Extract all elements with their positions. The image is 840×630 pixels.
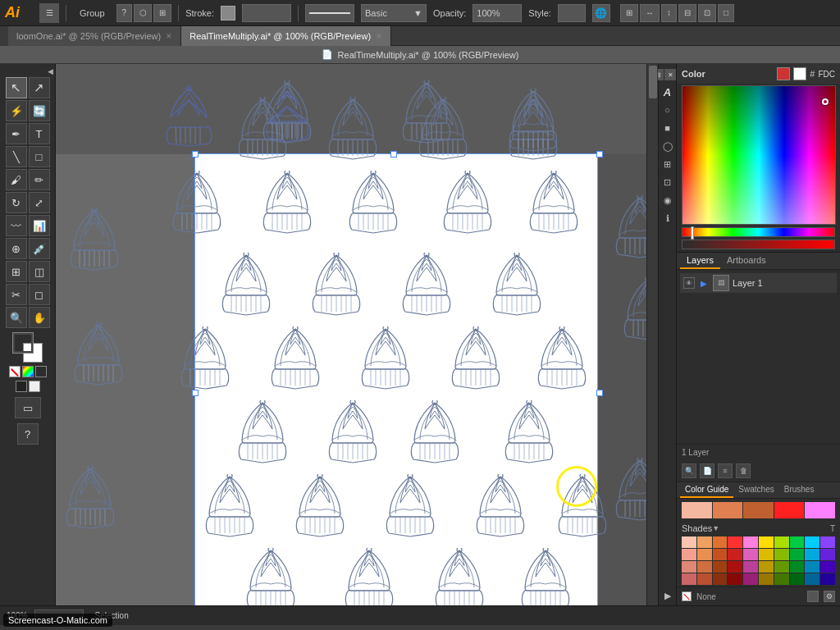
white-swatch[interactable] <box>9 366 21 377</box>
cg-cell[interactable] <box>805 573 819 585</box>
layer-visibility-icon[interactable]: 👁 <box>683 277 695 289</box>
panel-btn-3[interactable]: ↕ <box>661 4 677 22</box>
cg-cell[interactable] <box>743 561 758 573</box>
layer-arrow-icon[interactable]: ▶ <box>698 277 710 289</box>
light-swatch[interactable] <box>29 381 40 392</box>
opacity-value[interactable]: 100% <box>472 4 522 22</box>
cg-cell[interactable] <box>743 573 758 585</box>
delete-layer-btn[interactable]: 🗑 <box>736 463 751 478</box>
hue-slider-thumb[interactable] <box>691 226 694 240</box>
hue-slider[interactable] <box>682 227 835 237</box>
magic-wand-tool[interactable]: ⚡ <box>6 100 27 121</box>
gradient-swatch[interactable] <box>22 366 34 377</box>
zoom-tool[interactable]: 🔍 <box>6 307 27 328</box>
cg-cell[interactable] <box>728 561 742 573</box>
cg-cell[interactable] <box>697 561 712 573</box>
cg-swatch-4[interactable] <box>774 502 805 518</box>
graph-tool[interactable]: 📊 <box>29 215 50 236</box>
cg-cell[interactable] <box>697 536 712 548</box>
panel-btn-1[interactable]: ⊞ <box>620 4 638 22</box>
cg-cell[interactable] <box>759 536 774 548</box>
cg-settings-btn[interactable]: ⚙ <box>824 591 835 602</box>
tab-close-1[interactable]: ✕ <box>166 32 172 40</box>
hand-tool[interactable]: ✋ <box>29 307 50 328</box>
layer-menu-btn[interactable]: ≡ <box>718 463 733 478</box>
pen-tool[interactable]: ✒ <box>6 123 27 144</box>
tab-loomed[interactable]: loomOne.ai* @ 25% (RGB/Preview) ✕ <box>8 26 181 46</box>
grid-icon[interactable]: ⊞ <box>661 158 674 171</box>
effects-icon[interactable]: ◉ <box>661 194 674 207</box>
transform-icon[interactable]: ⊡ <box>661 176 674 189</box>
cg-cell[interactable] <box>820 561 835 573</box>
eyedrop-tool[interactable]: 💉 <box>29 238 50 259</box>
cg-cell[interactable] <box>759 573 774 585</box>
lasso-tool[interactable]: 🔄 <box>29 100 50 121</box>
cg-cell[interactable] <box>774 549 789 560</box>
stroke-box[interactable] <box>242 4 291 22</box>
help-tool[interactable]: ? <box>17 423 39 445</box>
rotate-tool[interactable]: ↻ <box>6 192 27 213</box>
basic-dropdown[interactable]: Basic ▼ <box>361 4 427 22</box>
tab-close-2[interactable]: ✕ <box>376 32 382 40</box>
cg-cell[interactable] <box>790 561 805 573</box>
cg-cell[interactable] <box>820 549 835 560</box>
color-swatch-white[interactable] <box>793 67 806 80</box>
cg-cell[interactable] <box>682 561 696 573</box>
cg-cell[interactable] <box>713 536 728 548</box>
cg-cell[interactable] <box>790 549 805 560</box>
cg-cell[interactable] <box>713 549 728 560</box>
align-btn[interactable]: ⊞ <box>153 4 171 22</box>
cg-cell[interactable] <box>713 561 728 573</box>
cg-cell[interactable] <box>697 549 712 560</box>
pencil-tool[interactable]: ✏ <box>29 169 50 190</box>
tab-swatches[interactable]: Swatches <box>733 482 778 498</box>
hex-value[interactable]: FDC <box>818 70 835 79</box>
cg-cell[interactable] <box>820 536 835 548</box>
panel-btn-6[interactable]: □ <box>718 4 734 22</box>
cg-cell[interactable] <box>682 549 696 560</box>
cg-cell[interactable] <box>805 549 819 560</box>
screen-mode-tool[interactable]: ▭ <box>15 397 41 418</box>
new-layer-btn[interactable]: 📄 <box>700 463 714 478</box>
circle-outline-icon[interactable]: ◯ <box>661 139 674 153</box>
cg-cell[interactable] <box>743 549 758 560</box>
vertical-scrollbar[interactable] <box>646 64 658 605</box>
question-btn[interactable]: ? <box>116 4 133 22</box>
cg-swatch-1[interactable] <box>682 502 712 518</box>
warp-tool[interactable]: 〰 <box>6 215 27 236</box>
web-icon[interactable]: 🌐 <box>592 4 610 22</box>
cg-cell[interactable] <box>743 536 758 548</box>
cg-cell[interactable] <box>682 536 696 548</box>
menu-icon[interactable]: ☰ <box>39 3 59 23</box>
tab-realtime[interactable]: RealTimeMultiply.ai* @ 100% (RGB/Preview… <box>181 26 391 46</box>
scissors-tool[interactable]: ✂ <box>6 284 27 305</box>
handle-mr[interactable] <box>596 390 603 396</box>
cg-cell[interactable] <box>774 561 789 573</box>
cg-cell[interactable] <box>759 549 774 560</box>
layer-name[interactable]: Layer 1 <box>733 278 833 288</box>
scale-tool[interactable]: ⤢ <box>29 192 50 213</box>
cg-cell[interactable] <box>790 536 805 548</box>
alpha-slider[interactable] <box>682 240 835 249</box>
selection-tool[interactable]: ↖ <box>6 77 27 98</box>
cg-cell[interactable] <box>805 536 819 548</box>
shades-dropdown-arrow[interactable]: ▼ <box>712 524 719 532</box>
cg-cell[interactable] <box>820 573 835 585</box>
cg-cell[interactable] <box>697 573 712 585</box>
cg-cell[interactable] <box>774 573 789 585</box>
search-layers-btn[interactable]: 🔍 <box>682 463 696 478</box>
tab-artboards[interactable]: Artboards <box>720 253 773 269</box>
style-box[interactable] <box>558 4 586 22</box>
tab-layers[interactable]: Layers <box>680 253 720 269</box>
transform-btn[interactable]: ⬡ <box>134 4 152 22</box>
color-swatch-red[interactable] <box>777 67 790 80</box>
cg-cell[interactable] <box>728 549 742 560</box>
panel-expand-btn[interactable]: ✕ <box>664 69 676 80</box>
mesh-tool[interactable]: ⊞ <box>6 261 27 282</box>
rect-fill-icon[interactable]: ■ <box>661 121 674 135</box>
handle-tm[interactable] <box>390 151 397 158</box>
cg-options-btn[interactable] <box>807 591 819 602</box>
tab-brushes[interactable]: Brushes <box>779 482 819 498</box>
cg-cell[interactable] <box>759 561 774 573</box>
panel-btn-2[interactable]: ↔ <box>640 4 660 22</box>
